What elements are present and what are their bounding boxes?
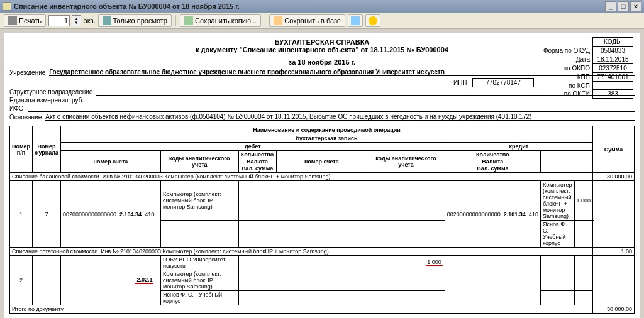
document-area[interactable]: КОДЫ Форма по ОКУД0504833 Дата18.11.2015… [0,29,644,318]
close-button[interactable]: × [630,1,641,11]
refresh-button[interactable] [348,14,363,27]
row-1: 1 7 00200000000000000 2.104.34 410 Компь… [10,181,635,221]
total-row: Итого по документу 30 000,00 [10,305,635,314]
app-window: Списание инвентарного объекта № БУ000004… [0,0,644,318]
save-copy-button[interactable]: Сохранить копию... [180,14,261,27]
entries-table: Номер п/п Номер журнала Наименование и с… [9,126,635,314]
help-icon [369,16,377,25]
copies-unit: экз. [84,17,96,25]
row-2: 2 2.02.1 ГОБУ ВПО Университет искусств 1… [10,256,635,270]
save-icon [184,16,193,25]
section-2: Списание остаточной стоимости. Инв.№ 210… [10,248,635,256]
database-icon [274,16,282,25]
save-db-button[interactable]: Сохранить в базе [269,14,345,27]
print-button[interactable]: Печать [4,14,46,27]
minimize-button[interactable]: _ [605,1,616,11]
printer-icon [8,16,17,25]
codes-block: КОДЫ Форма по ОКУД0504833 Дата18.11.2015… [541,37,633,99]
view-only-button[interactable]: Только просмотр [98,14,172,27]
copies-stepper[interactable]: ▲▼ [72,15,81,26]
inn-value: 7702778147 [472,78,534,87]
eye-icon [103,16,111,25]
maximize-button[interactable]: □ [618,1,629,11]
section-1: Списание балансовой стоимости. Инв.№ 210… [10,173,635,181]
basis-value: Акт о списании объектов нефинансовых акт… [45,113,635,121]
copies-input[interactable]: 1 [48,15,70,26]
document-page: КОДЫ Форма по ОКУД0504833 Дата18.11.2015… [4,33,640,318]
help-button[interactable] [365,14,380,27]
title-bar[interactable]: Списание инвентарного объекта № БУ000004… [0,0,644,13]
toolbar: Печать 1 ▲▼ экз. Только просмотр Сохрани… [0,13,644,29]
window-title: Списание инвентарного объекта № БУ000004… [14,3,240,10]
app-icon [3,2,11,11]
refresh-icon [351,16,360,25]
